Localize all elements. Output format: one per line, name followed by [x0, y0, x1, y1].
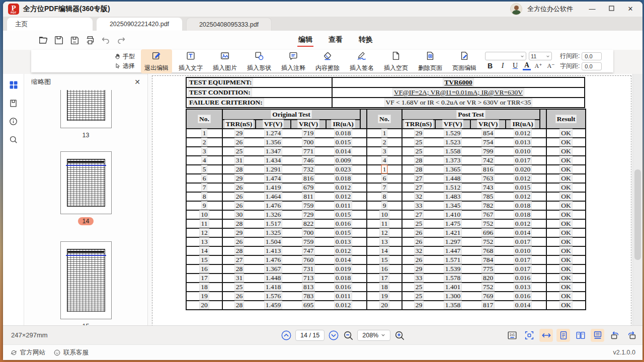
select-tool[interactable]: 选择	[114, 62, 135, 70]
official-website-link[interactable]: 官方网站	[10, 348, 45, 357]
sub-header: TRR(nS)	[222, 120, 256, 129]
bold-button[interactable]: B	[485, 61, 495, 70]
vertical-scrollbar[interactable]	[632, 74, 642, 325]
insert-shape-icon	[254, 50, 265, 63]
menu-0[interactable]: 编辑	[297, 34, 313, 47]
minimize-button[interactable]: —	[585, 2, 599, 16]
tab-home[interactable]: 主页	[7, 18, 93, 31]
sub-header: IR(uA)	[326, 120, 360, 129]
table-row: 4311.4347460.0094281.3737420.017OK	[186, 156, 586, 165]
open-file-icon[interactable]	[37, 34, 49, 46]
char-spacing-label: 字间距:	[560, 62, 580, 70]
table-row: 11281.5178220.01611251.4757520.012OK	[186, 219, 586, 228]
thumbnail-panel-title: 缩略图	[31, 77, 51, 86]
tool-erase[interactable]: 内容擦除	[312, 49, 343, 73]
rotate-right-icon[interactable]	[625, 329, 638, 342]
zoom-in-button[interactable]	[394, 330, 405, 341]
chevron-down-icon	[381, 333, 385, 337]
underline-button[interactable]: U	[510, 61, 520, 70]
search-icon[interactable]	[9, 135, 18, 144]
zoom-level-select[interactable]: 208%	[357, 330, 390, 341]
tool-blank-page[interactable]: 插入空页	[380, 49, 412, 73]
window-title: 全方位PDF编辑器(360专版)	[23, 5, 110, 14]
thumbnail-page-number: 14	[78, 217, 94, 225]
table-row: 3251.3477710.0143251.5587990.010OK	[186, 147, 586, 156]
close-panel-icon[interactable]: ✕	[134, 78, 140, 86]
titlebar: P PDF 全方位PDF编辑器(360专版) 全方位办公软件 — ✕	[3, 2, 642, 17]
char-spacing-input[interactable]	[582, 62, 602, 70]
thumbnail-page-14[interactable]: 14	[60, 151, 112, 225]
insert-image-icon	[219, 50, 230, 63]
delete-page-icon	[425, 50, 436, 63]
edit-toolbar: 手型 选择 退出编辑插入文字插入图片插入形状插入注释内容擦除插入签名插入空页删除…	[31, 50, 613, 72]
table-row: 15271.4767600.01415261.5717840.017OK	[186, 255, 586, 264]
table-row: 14281.4137470.01214321.4477680.010OK	[186, 246, 586, 255]
thumbnail-page-13[interactable]: 13	[60, 90, 112, 139]
status-bar: 247×297mm 14 / 15 208% 1v1	[3, 325, 642, 344]
close-button[interactable]: ✕	[623, 2, 637, 16]
zoom-out-button[interactable]	[343, 330, 354, 341]
user-avatar[interactable]	[510, 3, 522, 15]
sub-header: TRR(nS)	[402, 120, 435, 129]
pdf-page[interactable]: TEST EQUIPMENT: TVR6000TEST CONDITION: V…	[152, 75, 631, 326]
save-icon[interactable]	[53, 34, 65, 46]
sub-header: VF(V)	[256, 120, 291, 129]
hand-tool[interactable]: 手型	[114, 52, 135, 61]
next-page-button[interactable]	[328, 330, 339, 341]
tool-insert-image[interactable]: 插入图片	[209, 49, 240, 73]
rotate-left-icon[interactable]	[608, 329, 621, 342]
maximize-button[interactable]	[604, 2, 618, 16]
table-row: 13261.5047590.01313261.2977520.017OK	[186, 237, 586, 246]
tool-delete-page[interactable]: 删除页面	[415, 49, 446, 73]
print-icon[interactable]	[84, 34, 96, 46]
page-edit-icon	[459, 50, 470, 63]
two-page-icon[interactable]	[574, 329, 587, 342]
insert-text-icon	[185, 50, 196, 63]
tool-signature[interactable]: 插入签名	[346, 49, 377, 73]
menu-1[interactable]: 查看	[328, 34, 344, 47]
page-indicator[interactable]: 14 / 15	[295, 330, 325, 341]
tab-document-1[interactable]: 20250902221420.pdf	[97, 18, 182, 31]
globe-icon	[10, 349, 18, 356]
tool-insert-shape[interactable]: 插入形状	[244, 49, 275, 73]
bookmark-icon[interactable]	[9, 99, 18, 108]
info-row-1: TEST CONDITION: VF@IF=2A; VR@I1=0.01mA; …	[186, 87, 585, 98]
menu-2[interactable]: 转换	[358, 34, 374, 47]
quick-toolbar: 编辑查看转换	[3, 31, 642, 50]
thumbnails-grid-icon[interactable]	[9, 80, 19, 90]
tool-insert-comment[interactable]: 插入注释	[278, 49, 309, 73]
table-row: 9261.4767590.0119331.3457820.018OK	[186, 201, 586, 210]
undo-icon[interactable]	[100, 34, 112, 46]
tab-document-2[interactable]: 20250408095333.pdf	[186, 18, 272, 31]
thumbnail-panel: 缩略图 ✕ 13 14 15	[24, 74, 148, 325]
sub-header: VF(V)	[435, 120, 470, 129]
continuous-scroll-icon[interactable]	[591, 329, 604, 342]
account-label[interactable]: 全方位办公软件	[527, 5, 573, 14]
redo-icon[interactable]	[115, 34, 127, 46]
table-row: 6291.4748160.0186271.4487630.012OK	[186, 174, 586, 183]
line-spacing-label: 行间距:	[560, 52, 580, 60]
font-family-select[interactable]	[485, 52, 526, 60]
line-spacing-input[interactable]	[582, 52, 602, 60]
sub-header: VR(V)	[470, 120, 506, 129]
fit-page-icon[interactable]	[522, 329, 536, 342]
increase-font-button[interactable]: A⁺	[533, 61, 543, 70]
sub-header: IR(uA)	[506, 120, 540, 129]
tool-page-edit[interactable]: 页面编辑	[449, 49, 480, 73]
actual-size-icon[interactable]: 1v1	[505, 329, 519, 342]
customer-service-link[interactable]: 联系客服	[53, 348, 89, 357]
italic-button[interactable]: I	[498, 61, 508, 70]
thumbnail-page-number: 13	[78, 131, 94, 139]
decrease-font-button[interactable]: A⁻	[546, 61, 556, 70]
fit-width-icon[interactable]	[539, 329, 553, 342]
font-size-select[interactable]: 11	[529, 52, 552, 60]
save-as-icon[interactable]	[68, 34, 80, 46]
font-color-button[interactable]: A	[523, 62, 531, 70]
cursor-icon	[114, 62, 121, 70]
tool-exit-edit[interactable]: 退出编辑	[141, 49, 172, 73]
info-icon[interactable]	[9, 117, 18, 126]
tool-insert-text[interactable]: 插入文字	[175, 49, 206, 73]
single-page-icon[interactable]	[556, 329, 570, 342]
thumbnail-page-15[interactable]: 15	[60, 241, 112, 325]
previous-page-button[interactable]	[281, 330, 292, 341]
